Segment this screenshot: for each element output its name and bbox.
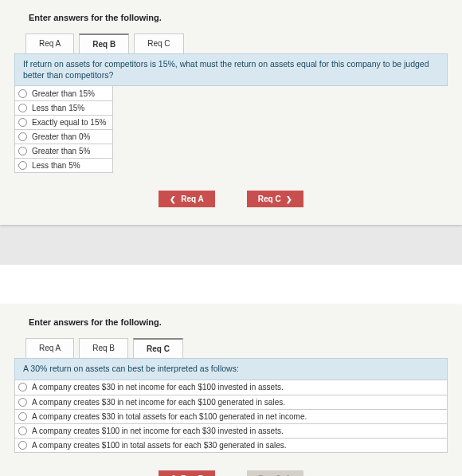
option-label: A company creates $100 in total assets f… — [32, 441, 287, 450]
option-label: A company creates $100 in net income for… — [32, 427, 284, 435]
question-text: A 30% return on assets can best be inter… — [14, 358, 448, 380]
radio-icon[interactable] — [18, 161, 27, 170]
option-row[interactable]: A company creates $100 in net income for… — [15, 423, 447, 438]
option-row[interactable]: Greater than 15% — [15, 86, 112, 100]
option-row[interactable]: A company creates $30 in net income for … — [15, 395, 447, 409]
option-label: A company creates $30 in net income for … — [32, 398, 285, 407]
option-row[interactable]: A company creates $100 in total assets f… — [15, 438, 447, 452]
next-button: Req C ❯ — [247, 470, 303, 476]
tab-req-b[interactable]: Req B — [79, 338, 128, 358]
tab-row: Req A Req B Req C — [25, 33, 448, 53]
radio-icon[interactable] — [18, 383, 27, 391]
prev-button[interactable]: ❮ Req A — [159, 191, 215, 207]
option-label: A company creates $30 in net income for … — [32, 383, 284, 391]
option-row[interactable]: Greater than 0% — [15, 129, 112, 144]
radio-icon[interactable] — [18, 427, 27, 435]
next-button[interactable]: Req C ❯ — [247, 191, 303, 207]
radio-icon[interactable] — [18, 89, 27, 98]
radio-icon[interactable] — [18, 441, 27, 450]
chevron-left-icon: ❮ — [170, 195, 176, 203]
question-text: If return on assets for competitors is 1… — [14, 53, 448, 86]
tab-req-b[interactable]: Req B — [79, 33, 129, 53]
chevron-right-icon: ❯ — [286, 195, 292, 203]
radio-icon[interactable] — [18, 412, 27, 421]
instruction-text: Enter answers for the following. — [14, 10, 448, 33]
option-label: Exactly equal to 15% — [32, 118, 106, 127]
radio-icon[interactable] — [18, 398, 27, 407]
option-row[interactable]: A company creates $30 in net income for … — [15, 380, 447, 395]
option-row[interactable]: Exactly equal to 15% — [15, 115, 112, 129]
tab-req-a[interactable]: Req A — [25, 33, 74, 53]
radio-icon[interactable] — [18, 147, 27, 155]
option-label: A company creates $30 in total assets fo… — [32, 412, 307, 421]
nav-buttons: ❮ Req B Req C ❯ — [14, 470, 448, 476]
question-panel-b: Enter answers for the following. Req A R… — [0, 0, 462, 225]
options-list: Greater than 15% Less than 15% Exactly e… — [14, 86, 113, 173]
option-label: Greater than 15% — [32, 89, 95, 98]
instruction-text: Enter answers for the following. — [14, 314, 448, 338]
options-list: A company creates $30 in net income for … — [14, 380, 448, 453]
page-gap — [0, 265, 462, 305]
radio-icon[interactable] — [18, 118, 27, 127]
prev-label: Req A — [181, 195, 204, 203]
nav-buttons: ❮ Req A Req C ❯ — [14, 191, 448, 207]
radio-icon[interactable] — [18, 132, 27, 141]
option-row[interactable]: Less than 5% — [15, 158, 112, 172]
option-row[interactable]: Greater than 5% — [15, 144, 112, 158]
option-label: Greater than 5% — [32, 147, 90, 155]
radio-icon[interactable] — [18, 104, 27, 112]
option-label: Less than 5% — [32, 161, 80, 170]
tab-row: Req A Req B Req C — [25, 338, 448, 358]
option-label: Less than 15% — [32, 104, 84, 112]
tab-req-c[interactable]: Req C — [134, 33, 183, 53]
tab-req-a[interactable]: Req A — [25, 338, 74, 358]
option-label: Greater than 0% — [32, 132, 90, 141]
tab-req-c[interactable]: Req C — [133, 338, 183, 358]
option-row[interactable]: A company creates $30 in total assets fo… — [15, 409, 447, 423]
prev-button[interactable]: ❮ Req B — [159, 470, 215, 476]
question-panel-c: Enter answers for the following. Req A R… — [0, 305, 462, 476]
option-row[interactable]: Less than 15% — [15, 100, 112, 115]
next-label: Req C — [258, 195, 281, 203]
